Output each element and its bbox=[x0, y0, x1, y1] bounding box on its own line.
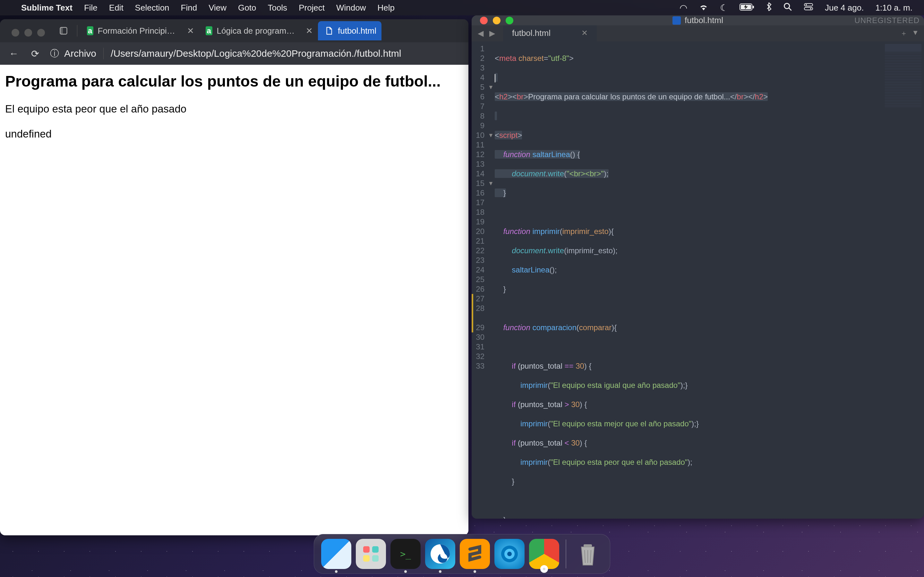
favicon-alura-icon: a bbox=[87, 26, 94, 35]
sublime-tab-bar: ◀ ▶ futbol.html ✕ ＋ ▼ bbox=[472, 25, 924, 41]
page-heading: Programa para calcular los puntos de un … bbox=[5, 73, 463, 90]
dock-chrome-icon[interactable] bbox=[529, 539, 559, 569]
window-minimize-button[interactable] bbox=[24, 29, 32, 37]
menu-selection[interactable]: Selection bbox=[135, 3, 170, 13]
page-text: El equipo esta peor que el año pasado bbox=[5, 103, 463, 115]
browser-tab[interactable]: a Lógica de programación parte ✕ bbox=[199, 21, 318, 40]
code-content[interactable]: <meta charset="utf-8"> <h2><br>Programa … bbox=[495, 41, 882, 519]
dock-quicktime-icon[interactable] bbox=[494, 539, 525, 569]
bluetooth-icon[interactable] bbox=[766, 2, 772, 13]
browser-tab[interactable]: a Formación Principiante en Prog ✕ bbox=[81, 21, 199, 40]
wifi-icon[interactable] bbox=[699, 3, 708, 13]
tab-close-icon[interactable]: ✕ bbox=[187, 26, 194, 36]
tab-label: Formación Principiante en Prog bbox=[98, 26, 179, 36]
tab-overview-icon[interactable] bbox=[57, 24, 71, 38]
url-path: /Users/amaury/Desktop/Logica%20de%20Prog… bbox=[111, 48, 401, 59]
menu-window[interactable]: Window bbox=[336, 3, 366, 13]
dock-sublime-icon[interactable] bbox=[460, 539, 490, 569]
tab-label: Lógica de programación parte bbox=[217, 26, 298, 36]
nav-forward-icon[interactable]: ▶ bbox=[486, 27, 498, 39]
svg-rect-14 bbox=[372, 555, 379, 562]
line-number-gutter: 1234 5678 9101112 13141516 17181920 2122… bbox=[472, 41, 487, 519]
svg-rect-2 bbox=[753, 6, 754, 8]
file-type-icon bbox=[672, 16, 681, 25]
browser-page-content: Programa para calcular los puntos de un … bbox=[0, 65, 468, 535]
menu-help[interactable]: Help bbox=[378, 3, 395, 13]
svg-rect-13 bbox=[363, 555, 370, 562]
menu-find[interactable]: Find bbox=[181, 3, 197, 13]
browser-traffic-lights bbox=[11, 29, 45, 37]
editor-tab[interactable]: futbol.html ✕ bbox=[503, 25, 597, 41]
sublime-titlebar: futbol.html UNREGISTERED bbox=[472, 15, 924, 25]
tab-label: futbol.html bbox=[338, 26, 376, 36]
spotlight-search-icon[interactable] bbox=[783, 2, 792, 13]
fold-gutter: ▼ ▼ ▼ bbox=[487, 41, 495, 519]
url-scheme: Archivo bbox=[64, 48, 96, 59]
control-center-icon[interactable] bbox=[804, 3, 813, 13]
svg-point-6 bbox=[806, 4, 807, 5]
window-maximize-button[interactable] bbox=[506, 17, 513, 24]
dock-edge-icon[interactable] bbox=[425, 539, 455, 569]
browser-address-bar: ← ⟳ ⓘ Archivo /Users/amaury/Desktop/Logi… bbox=[0, 42, 468, 65]
browser-reload-button[interactable]: ⟳ bbox=[29, 48, 41, 59]
unregistered-label: UNREGISTERED bbox=[855, 16, 919, 25]
svg-point-3 bbox=[784, 3, 789, 8]
dock-launchpad-icon[interactable] bbox=[356, 539, 386, 569]
window-close-button[interactable] bbox=[11, 29, 19, 37]
svg-rect-11 bbox=[363, 546, 370, 553]
menu-project[interactable]: Project bbox=[299, 3, 325, 13]
dock-trash-icon[interactable] bbox=[573, 539, 603, 569]
browser-window: a Formación Principiante en Prog ✕ a Lóg… bbox=[0, 19, 468, 535]
site-info-icon[interactable]: ⓘ bbox=[50, 47, 59, 60]
page-text: undefined bbox=[5, 128, 463, 140]
svg-rect-12 bbox=[372, 546, 379, 553]
new-tab-icon[interactable]: ＋ bbox=[900, 29, 907, 38]
svg-rect-5 bbox=[804, 3, 813, 6]
svg-point-18 bbox=[507, 552, 512, 556]
tab-close-icon[interactable]: ✕ bbox=[306, 26, 313, 36]
svg-line-4 bbox=[788, 8, 791, 10]
menubar-app-name[interactable]: Sublime Text bbox=[21, 3, 73, 13]
minimap[interactable] bbox=[882, 41, 924, 519]
browser-back-button[interactable]: ← bbox=[8, 48, 20, 59]
window-title: futbol.html bbox=[685, 15, 723, 25]
dock-finder-icon[interactable] bbox=[321, 539, 351, 569]
browser-tab-active[interactable]: futbol.html bbox=[318, 21, 381, 40]
menu-file[interactable]: File bbox=[84, 3, 97, 13]
tab-close-icon[interactable]: ✕ bbox=[582, 29, 588, 37]
menubar-date[interactable]: Jue 4 ago. bbox=[825, 3, 864, 13]
airdrop-icon[interactable]: ◠ bbox=[680, 3, 687, 13]
sublime-text-window: futbol.html UNREGISTERED ◀ ▶ futbol.html… bbox=[472, 15, 924, 519]
nav-back-icon[interactable]: ◀ bbox=[475, 27, 486, 39]
url-field[interactable]: ⓘ Archivo /Users/amaury/Desktop/Logica%2… bbox=[50, 47, 461, 60]
window-maximize-button[interactable] bbox=[37, 29, 45, 37]
svg-rect-10 bbox=[60, 27, 63, 34]
browser-tabstrip: a Formación Principiante en Prog ✕ a Lóg… bbox=[0, 19, 468, 42]
window-minimize-button[interactable] bbox=[493, 17, 501, 24]
editor-tab-label: futbol.html bbox=[512, 28, 551, 38]
macos-dock: >_ bbox=[314, 534, 610, 574]
svg-rect-19 bbox=[583, 544, 592, 547]
battery-icon[interactable] bbox=[740, 3, 754, 13]
do-not-disturb-icon[interactable]: ☾ bbox=[720, 3, 728, 13]
menu-tools[interactable]: Tools bbox=[268, 3, 287, 13]
tab-dropdown-icon[interactable]: ▼ bbox=[912, 29, 919, 38]
window-close-button[interactable] bbox=[480, 17, 488, 24]
macos-menubar: Sublime Text File Edit Selection Find Vi… bbox=[0, 0, 924, 15]
menu-view[interactable]: View bbox=[208, 3, 226, 13]
menubar-time[interactable]: 1:10 a. m. bbox=[875, 3, 913, 13]
menu-edit[interactable]: Edit bbox=[109, 3, 124, 13]
favicon-alura-icon: a bbox=[206, 26, 212, 35]
svg-point-8 bbox=[810, 8, 811, 9]
dock-terminal-icon[interactable]: >_ bbox=[391, 539, 421, 569]
code-editor[interactable]: 1234 5678 9101112 13141516 17181920 2122… bbox=[472, 41, 924, 519]
menu-goto[interactable]: Goto bbox=[238, 3, 256, 13]
favicon-file-icon bbox=[325, 26, 333, 35]
svg-rect-7 bbox=[804, 7, 813, 10]
